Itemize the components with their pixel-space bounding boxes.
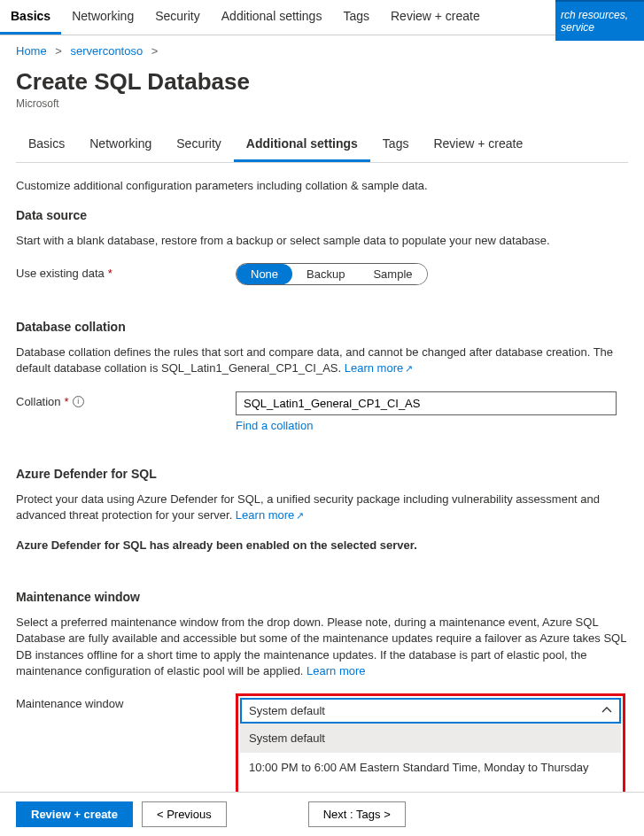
breadcrumb-separator: > [151, 44, 159, 58]
tab-basics[interactable]: Basics [16, 128, 77, 162]
page-title: Create SQL Database [16, 68, 628, 96]
collation-input[interactable] [236, 391, 617, 415]
page-subtitle: Microsoft [16, 97, 628, 110]
collation-heading: Database collation [16, 320, 628, 334]
breadcrumb-server[interactable]: servercontoso [71, 44, 144, 58]
use-existing-data-label: Use existing data * [16, 263, 236, 280]
collation-learn-more-link[interactable]: Learn more↗ [345, 361, 413, 375]
top-tab-additional-settings[interactable]: Additional settings [211, 0, 333, 35]
required-star: * [108, 267, 113, 280]
main-content: Create SQL Database Microsoft Basics Net… [0, 68, 644, 836]
tab-security[interactable]: Security [164, 128, 234, 162]
chevron-up-icon [601, 705, 612, 718]
maintenance-text: Select a preferred maintenance window fr… [16, 615, 628, 679]
review-create-button[interactable]: Review + create [16, 801, 133, 827]
info-icon[interactable]: i [73, 396, 84, 407]
collation-text: Database collation defines the rules tha… [16, 344, 628, 376]
tab-networking[interactable]: Networking [77, 128, 164, 162]
find-collation-link[interactable]: Find a collation [236, 419, 313, 432]
wizard-tab-bar: Basics Networking Security Additional se… [16, 128, 628, 163]
maintenance-option-mon-thu[interactable]: 10:00 PM to 6:00 AM Eastern Standard Tim… [240, 753, 621, 782]
previous-button[interactable]: < Previous [142, 801, 227, 827]
option-none[interactable]: None [237, 264, 292, 284]
use-existing-data-options: None Backup Sample [236, 263, 428, 285]
top-tab-basics[interactable]: Basics [0, 0, 61, 35]
external-link-icon: ↗ [405, 363, 413, 374]
top-tab-review-create[interactable]: Review + create [380, 0, 491, 35]
wizard-footer: Review + create < Previous Next : Tags > [0, 792, 644, 836]
defender-heading: Azure Defender for SQL [16, 467, 628, 481]
intro-text: Customize additional configuration param… [16, 179, 628, 192]
required-star: * [65, 395, 69, 408]
data-source-heading: Data source [16, 208, 628, 222]
top-tab-tags[interactable]: Tags [332, 0, 380, 35]
maintenance-window-label: Maintenance window [16, 693, 236, 710]
global-search-fragment[interactable]: rch resources, service [555, 0, 644, 41]
tab-tags[interactable]: Tags [370, 128, 422, 162]
tab-additional-settings[interactable]: Additional settings [234, 128, 370, 162]
option-backup[interactable]: Backup [292, 264, 359, 284]
defender-enabled-text: Azure Defender for SQL has already been … [16, 538, 628, 553]
breadcrumb-home[interactable]: Home [16, 44, 47, 58]
maintenance-heading: Maintenance window [16, 590, 628, 604]
maintenance-window-dropdown[interactable]: System default [240, 698, 621, 724]
external-link-icon: ↗ [296, 510, 304, 521]
top-tab-bar: Basics Networking Security Additional se… [0, 0, 644, 35]
breadcrumb-separator: > [55, 44, 62, 58]
defender-learn-more-link[interactable]: Learn more↗ [236, 508, 304, 522]
maintenance-learn-more-link[interactable]: Learn more [306, 664, 365, 677]
maintenance-option-default[interactable]: System default [240, 724, 621, 753]
next-button[interactable]: Next : Tags > [308, 801, 406, 827]
tab-review-create[interactable]: Review + create [421, 128, 535, 162]
option-sample[interactable]: Sample [359, 264, 426, 284]
top-tab-networking[interactable]: Networking [61, 0, 144, 35]
collation-label: Collation * i [16, 391, 236, 408]
breadcrumb: Home > servercontoso > [0, 35, 644, 66]
data-source-text: Start with a blank database, restore fro… [16, 233, 628, 249]
defender-text: Protect your data using Azure Defender f… [16, 492, 628, 523]
top-tab-security[interactable]: Security [144, 0, 211, 35]
